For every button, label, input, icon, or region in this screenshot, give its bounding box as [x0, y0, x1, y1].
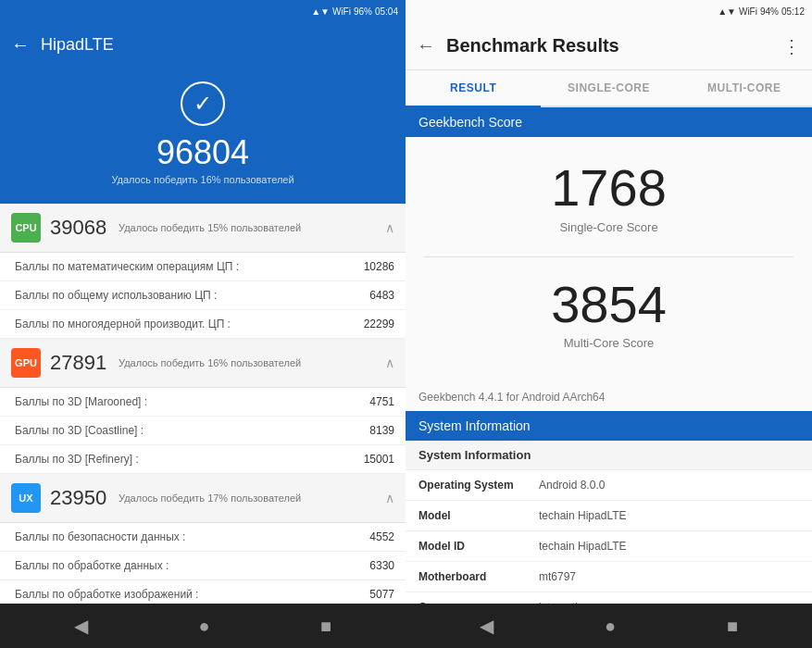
single-core-score: 1768 [551, 159, 667, 217]
sub-item-value: 4552 [369, 530, 394, 543]
sub-item-label: Баллы по обработке данных : [15, 559, 369, 572]
sub-item: Баллы по обработке данных : 6330 [0, 552, 406, 580]
sub-item-label: Баллы по 3D [Refinery] : [15, 453, 364, 466]
home-nav-left[interactable]: ● [198, 616, 209, 637]
wifi-icon-left: WiFi [332, 6, 351, 17]
category-badge: CPU [11, 213, 41, 243]
info-value: Android 8.0.0 [539, 479, 799, 492]
system-info-table: System Information Operating System Andr… [406, 441, 812, 604]
battery-left: 96% [354, 6, 372, 17]
sub-item-value: 6483 [369, 289, 394, 302]
back-button-right[interactable]: ← [417, 35, 435, 56]
sub-item-value: 15001 [364, 453, 394, 466]
battery-right: 94% [760, 6, 779, 17]
sub-item: Баллы по 3D [Marooned] : 4751 [0, 388, 406, 417]
sub-item: Баллы по безопасности данных : 4552 [0, 523, 406, 552]
expand-icon[interactable]: ∧ [385, 220, 394, 235]
sub-item-value: 5077 [369, 588, 394, 601]
content-left[interactable]: CPU 39068 Удалось победить 15% пользоват… [0, 204, 406, 604]
sub-item-label: Баллы по математическим операциям ЦП : [15, 260, 364, 273]
category-score: 39068 [50, 216, 115, 240]
info-row: Motherboard mt6797 [406, 562, 812, 592]
time-left: 05:04 [375, 6, 398, 17]
info-label: Operating System [418, 479, 539, 492]
geekbench-header: Geekbench Score [406, 107, 812, 137]
app-title-left: HipadLTE [41, 35, 114, 55]
score-subtitle: Удалось победить 16% пользователей [111, 174, 294, 185]
sub-item: Баллы по обработке изображений : 5077 [0, 580, 406, 604]
signal-icon-left: ▲▼ [311, 6, 330, 17]
geekbench-scores: 1768 Single-Core Score 3854 Multi-Core S… [406, 137, 812, 387]
info-section-header: System Information [406, 441, 812, 470]
system-info-header: System Information [406, 411, 812, 441]
info-value: techain HipadLTE [539, 509, 799, 522]
info-row: Model techain HipadLTE [406, 501, 812, 531]
score-divider [424, 256, 793, 257]
multi-core-label: Multi-Core Score [564, 336, 655, 350]
sub-item-value: 22299 [364, 318, 394, 330]
checkmark-icon: ✓ [194, 91, 212, 117]
multi-core-score: 3854 [551, 276, 667, 333]
sub-item: Баллы по математическим операциям ЦП : 1… [0, 253, 406, 281]
geekbench-version: Geekbench 4.4.1 for Android AArch64 [406, 387, 812, 411]
recent-nav-right[interactable]: ■ [727, 616, 738, 637]
tab-singlecore[interactable]: SINGLE-CORE [541, 70, 676, 107]
status-bar-right: ▲▼ WiFi 94% 05:12 [406, 0, 812, 22]
sub-item-value: 6330 [369, 559, 394, 572]
single-core-label: Single-Core Score [559, 220, 657, 234]
status-icons-right: ▲▼ WiFi 94% 05:12 [718, 6, 805, 17]
category-badge: UX [11, 483, 41, 513]
tabs-bar: RESULTSINGLE-COREMULTI-CORE [406, 70, 812, 107]
geekbench-header-text: Geekbench Score [418, 115, 522, 130]
back-button-left[interactable]: ← [11, 34, 30, 56]
category-header[interactable]: GPU 27891 Удалось победить 16% пользоват… [0, 339, 406, 388]
sub-item: Баллы по 3D [Coastline] : 8139 [0, 417, 406, 445]
nav-bar-right: ◀ ● ■ [406, 604, 812, 648]
info-row: Model ID techain HipadLTE [406, 531, 812, 562]
category-header[interactable]: CPU 39068 Удалось победить 15% пользоват… [0, 204, 406, 253]
wifi-icon-right: WiFi [739, 6, 757, 17]
category-header[interactable]: UX 23950 Удалось победить 17% пользовате… [0, 474, 406, 523]
content-right[interactable]: Geekbench Score 1768 Single-Core Score 3… [406, 107, 812, 604]
tab-multicore[interactable]: MULTI-CORE [677, 70, 812, 107]
nav-bar-left: ◀ ● ■ [0, 604, 406, 648]
time-right: 05:12 [781, 6, 805, 17]
sub-item-label: Баллы по 3D [Coastline] : [15, 424, 369, 437]
sub-item-value: 10286 [364, 260, 394, 273]
sub-item-label: Баллы по обработке изображений : [15, 588, 369, 601]
info-section-title: System Information [418, 448, 531, 462]
category-badge: GPU [11, 348, 41, 378]
back-nav-left[interactable]: ◀ [74, 615, 88, 637]
status-icons-left: ▲▼ WiFi 96% 05:04 [311, 6, 398, 17]
page-title-right: Benchmark Results [446, 35, 771, 56]
back-nav-right[interactable]: ◀ [480, 615, 493, 637]
info-label: Motherboard [418, 570, 539, 583]
category-subtitle: Удалось победить 16% пользователей [119, 357, 385, 368]
category-subtitle: Удалось победить 17% пользователей [119, 492, 385, 504]
system-info-header-text: System Information [418, 418, 531, 433]
sub-item-label: Баллы по 3D [Marooned] : [15, 395, 369, 408]
sub-item: Баллы по общему использованию ЦП : 6483 [0, 281, 406, 310]
recent-nav-left[interactable]: ■ [320, 616, 331, 637]
top-bar-right: ← Benchmark Results ⋮ [406, 22, 812, 70]
sub-item-label: Баллы по общему использованию ЦП : [15, 289, 369, 302]
info-value: mt6797 [539, 570, 799, 583]
tab-result[interactable]: RESULT [406, 70, 541, 107]
info-row: Operating System Android 8.0.0 [406, 470, 812, 501]
sub-item-label: Баллы по многоядерной производит. ЦП : [15, 318, 364, 330]
info-value: techain HipadLTE [539, 540, 799, 553]
sub-item: Баллы по 3D [Refinery] : 15001 [0, 445, 406, 474]
category-score: 23950 [50, 486, 115, 510]
home-nav-right[interactable]: ● [605, 616, 616, 637]
category-score: 27891 [50, 351, 115, 375]
sub-item: Баллы по многоядерной производит. ЦП : 2… [0, 310, 406, 339]
sub-item-label: Баллы по безопасности данных : [15, 530, 369, 543]
expand-icon[interactable]: ∧ [385, 491, 394, 505]
info-label: Model ID [418, 540, 539, 553]
more-options-icon[interactable]: ⋮ [782, 35, 801, 57]
info-label: Model [418, 509, 539, 522]
sub-item-value: 8139 [369, 424, 394, 437]
left-panel: ▲▼ WiFi 96% 05:04 ← HipadLTE ✓ 96804 Уда… [0, 0, 406, 648]
signal-icon-right: ▲▼ [718, 6, 736, 17]
expand-icon[interactable]: ∧ [385, 355, 394, 370]
